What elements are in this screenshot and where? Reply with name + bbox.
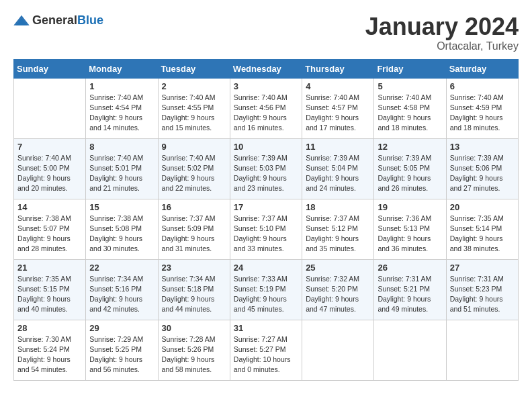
calendar-cell: 13 Sunrise: 7:39 AMSunset: 5:06 PMDaylig…: [446, 138, 518, 199]
day-number: 4: [306, 81, 370, 91]
day-number: 16: [162, 202, 226, 212]
calendar-cell: 22 Sunrise: 7:34 AMSunset: 5:16 PMDaylig…: [86, 259, 158, 320]
calendar-cell: 31 Sunrise: 7:27 AMSunset: 5:27 PMDaylig…: [230, 320, 302, 380]
day-info: Sunrise: 7:40 AMSunset: 4:56 PMDaylight:…: [234, 93, 298, 134]
day-number: 11: [306, 142, 370, 152]
logo: GeneralBlue: [13, 13, 103, 28]
calendar-cell: 30 Sunrise: 7:28 AMSunset: 5:26 PMDaylig…: [158, 320, 230, 380]
day-info: Sunrise: 7:27 AMSunset: 5:27 PMDaylight:…: [234, 334, 298, 375]
day-info: Sunrise: 7:40 AMSunset: 5:02 PMDaylight:…: [162, 153, 226, 194]
day-number: 5: [378, 81, 442, 91]
day-number: 21: [17, 263, 82, 273]
day-number: 20: [450, 202, 515, 212]
calendar-week-1: 1 Sunrise: 7:40 AMSunset: 4:54 PMDayligh…: [14, 78, 519, 138]
day-info: Sunrise: 7:38 AMSunset: 5:07 PMDaylight:…: [17, 214, 82, 255]
day-info: Sunrise: 7:35 AMSunset: 5:15 PMDaylight:…: [17, 274, 82, 315]
calendar-cell: 7 Sunrise: 7:40 AMSunset: 5:00 PMDayligh…: [14, 138, 86, 199]
weekday-header-thursday: Thursday: [302, 59, 374, 78]
day-number: 2: [162, 81, 226, 91]
calendar-table: SundayMondayTuesdayWednesdayThursdayFrid…: [13, 59, 519, 381]
calendar-cell: 18 Sunrise: 7:37 AMSunset: 5:12 PMDaylig…: [302, 199, 374, 259]
day-info: Sunrise: 7:40 AMSunset: 4:54 PMDaylight:…: [89, 93, 154, 134]
day-number: 9: [162, 142, 226, 152]
day-number: 30: [162, 323, 226, 333]
day-number: 29: [89, 323, 154, 333]
day-info: Sunrise: 7:31 AMSunset: 5:23 PMDaylight:…: [450, 274, 515, 315]
calendar-cell: 19 Sunrise: 7:36 AMSunset: 5:13 PMDaylig…: [374, 199, 446, 259]
day-number: 12: [378, 142, 442, 152]
day-info: Sunrise: 7:36 AMSunset: 5:13 PMDaylight:…: [378, 214, 442, 255]
weekday-header-wednesday: Wednesday: [230, 59, 302, 78]
day-number: 10: [234, 142, 298, 152]
day-info: Sunrise: 7:28 AMSunset: 5:26 PMDaylight:…: [162, 334, 226, 375]
logo-blue: Blue: [77, 13, 103, 27]
logo-icon: [13, 14, 30, 28]
day-info: Sunrise: 7:37 AMSunset: 5:09 PMDaylight:…: [162, 214, 226, 255]
day-info: Sunrise: 7:40 AMSunset: 5:01 PMDaylight:…: [89, 153, 154, 194]
calendar-cell: [446, 320, 518, 380]
calendar-cell: [302, 320, 374, 380]
day-number: 26: [378, 263, 442, 273]
weekday-header-monday: Monday: [86, 59, 158, 78]
calendar-cell: 12 Sunrise: 7:39 AMSunset: 5:05 PMDaylig…: [374, 138, 446, 199]
day-number: 14: [17, 202, 82, 212]
calendar-cell: 20 Sunrise: 7:35 AMSunset: 5:14 PMDaylig…: [446, 199, 518, 259]
title-block: January 2024 Ortacalar, Turkey: [365, 13, 519, 52]
calendar-cell: 2 Sunrise: 7:40 AMSunset: 4:55 PMDayligh…: [158, 78, 230, 138]
day-number: 23: [162, 263, 226, 273]
weekday-header-row: SundayMondayTuesdayWednesdayThursdayFrid…: [14, 59, 519, 78]
day-info: Sunrise: 7:40 AMSunset: 4:57 PMDaylight:…: [306, 93, 370, 134]
day-number: 8: [89, 142, 154, 152]
calendar-cell: 17 Sunrise: 7:37 AMSunset: 5:10 PMDaylig…: [230, 199, 302, 259]
calendar-cell: 14 Sunrise: 7:38 AMSunset: 5:07 PMDaylig…: [14, 199, 86, 259]
day-info: Sunrise: 7:39 AMSunset: 5:05 PMDaylight:…: [378, 153, 442, 194]
location-title: Ortacalar, Turkey: [365, 40, 519, 52]
calendar-cell: 27 Sunrise: 7:31 AMSunset: 5:23 PMDaylig…: [446, 259, 518, 320]
day-number: 24: [234, 263, 298, 273]
calendar-cell: [14, 78, 86, 138]
day-number: 7: [17, 142, 82, 152]
day-info: Sunrise: 7:39 AMSunset: 5:04 PMDaylight:…: [306, 153, 370, 194]
day-number: 25: [306, 263, 370, 273]
calendar-cell: 11 Sunrise: 7:39 AMSunset: 5:04 PMDaylig…: [302, 138, 374, 199]
day-info: Sunrise: 7:32 AMSunset: 5:20 PMDaylight:…: [306, 274, 370, 315]
calendar-cell: 24 Sunrise: 7:33 AMSunset: 5:19 PMDaylig…: [230, 259, 302, 320]
day-number: 28: [17, 323, 82, 333]
calendar-cell: 15 Sunrise: 7:38 AMSunset: 5:08 PMDaylig…: [86, 199, 158, 259]
calendar-cell: 23 Sunrise: 7:34 AMSunset: 5:18 PMDaylig…: [158, 259, 230, 320]
weekday-header-tuesday: Tuesday: [158, 59, 230, 78]
day-info: Sunrise: 7:40 AMSunset: 4:55 PMDaylight:…: [162, 93, 226, 134]
day-info: Sunrise: 7:37 AMSunset: 5:10 PMDaylight:…: [234, 214, 298, 255]
day-number: 3: [234, 81, 298, 91]
calendar-cell: 1 Sunrise: 7:40 AMSunset: 4:54 PMDayligh…: [86, 78, 158, 138]
day-number: 17: [234, 202, 298, 212]
weekday-header-sunday: Sunday: [14, 59, 86, 78]
calendar-cell: 3 Sunrise: 7:40 AMSunset: 4:56 PMDayligh…: [230, 78, 302, 138]
day-info: Sunrise: 7:40 AMSunset: 4:58 PMDaylight:…: [378, 93, 442, 134]
day-number: 22: [89, 263, 154, 273]
day-info: Sunrise: 7:34 AMSunset: 5:18 PMDaylight:…: [162, 274, 226, 315]
day-info: Sunrise: 7:29 AMSunset: 5:25 PMDaylight:…: [89, 334, 154, 375]
calendar-week-5: 28 Sunrise: 7:30 AMSunset: 5:24 PMDaylig…: [14, 320, 519, 380]
calendar-cell: 5 Sunrise: 7:40 AMSunset: 4:58 PMDayligh…: [374, 78, 446, 138]
day-number: 13: [450, 142, 515, 152]
day-info: Sunrise: 7:39 AMSunset: 5:03 PMDaylight:…: [234, 153, 298, 194]
day-info: Sunrise: 7:34 AMSunset: 5:16 PMDaylight:…: [89, 274, 154, 315]
page-header: GeneralBlue January 2024 Ortacalar, Turk…: [13, 13, 519, 52]
calendar-cell: 29 Sunrise: 7:29 AMSunset: 5:25 PMDaylig…: [86, 320, 158, 380]
calendar-cell: 9 Sunrise: 7:40 AMSunset: 5:02 PMDayligh…: [158, 138, 230, 199]
day-number: 6: [450, 81, 515, 91]
weekday-header-friday: Friday: [374, 59, 446, 78]
day-info: Sunrise: 7:33 AMSunset: 5:19 PMDaylight:…: [234, 274, 298, 315]
calendar-week-4: 21 Sunrise: 7:35 AMSunset: 5:15 PMDaylig…: [14, 259, 519, 320]
calendar-cell: 26 Sunrise: 7:31 AMSunset: 5:21 PMDaylig…: [374, 259, 446, 320]
day-number: 27: [450, 263, 515, 273]
calendar-cell: 21 Sunrise: 7:35 AMSunset: 5:15 PMDaylig…: [14, 259, 86, 320]
logo-general: General: [32, 13, 77, 27]
day-info: Sunrise: 7:39 AMSunset: 5:06 PMDaylight:…: [450, 153, 515, 194]
day-info: Sunrise: 7:31 AMSunset: 5:21 PMDaylight:…: [378, 274, 442, 315]
day-info: Sunrise: 7:37 AMSunset: 5:12 PMDaylight:…: [306, 214, 370, 255]
day-number: 1: [89, 81, 154, 91]
calendar-cell: 8 Sunrise: 7:40 AMSunset: 5:01 PMDayligh…: [86, 138, 158, 199]
day-number: 19: [378, 202, 442, 212]
